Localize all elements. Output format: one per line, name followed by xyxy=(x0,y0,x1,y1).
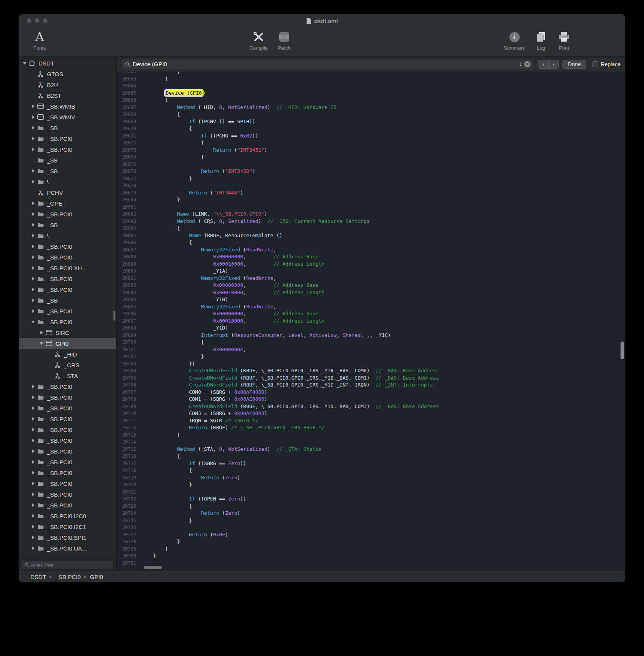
code-line[interactable]: 20666 { xyxy=(117,97,625,104)
code-line[interactable]: 20710 COM3 = (SBRG + 0x00AC0000) xyxy=(117,410,625,417)
tree-item[interactable]: _SB xyxy=(19,155,116,166)
code-line[interactable]: 20688 0x00000000, // Address Base xyxy=(117,253,625,261)
horizontal-scrollbar-thumb[interactable] xyxy=(144,566,162,569)
code-line[interactable]: 20665 Device (GPI0) xyxy=(117,90,625,97)
tree-item[interactable]: _GPE xyxy=(19,198,116,209)
code-line[interactable]: 20693 0x00010000, // Address Length xyxy=(117,289,625,296)
tree-item[interactable]: _SB.PCI0 xyxy=(19,209,116,219)
tree-item[interactable]: _SB.PCI0 xyxy=(19,133,116,144)
tree-item[interactable]: PCHV xyxy=(19,187,116,198)
code-line[interactable]: 20682 Name (LINK, "\\_SB.PCI0.GPI0") xyxy=(117,211,625,218)
tree-item[interactable]: \ xyxy=(19,230,116,241)
code-line[interactable]: 20689 0x00010000, // Address Length xyxy=(117,261,625,268)
code-line[interactable]: 20662 } xyxy=(117,72,625,75)
code-line[interactable]: 20730 } xyxy=(117,552,625,560)
search-input[interactable] xyxy=(133,61,517,67)
code-line[interactable]: 20687 Memory32Fixed (ReadWrite, xyxy=(117,246,625,254)
tree-item[interactable]: _SB.PCI0.I2C1 xyxy=(19,521,116,532)
tree-item[interactable]: _SB.PCI0 xyxy=(19,316,116,327)
tree-item[interactable]: _SB.PCI0 xyxy=(19,306,116,316)
code-line[interactable]: 20699 Interrupt (ResourceConsumer, Level… xyxy=(117,332,625,339)
code-line[interactable]: 20671 If ((PCHG == 0x02)) xyxy=(117,132,625,140)
sidebar-scrollbar-thumb[interactable] xyxy=(113,311,115,321)
code-line[interactable]: 20676 Return ("INT345D") xyxy=(117,168,625,175)
code-line[interactable]: 20728 } xyxy=(117,538,625,546)
code-line[interactable]: 20726 xyxy=(117,524,625,531)
code-line[interactable]: 20685 Name (RBUF, ResourceTemplate () xyxy=(117,232,625,239)
tree-item[interactable]: _SB.PCI0 xyxy=(19,446,116,457)
tree-item[interactable]: _STA xyxy=(19,370,116,381)
tree-item[interactable]: _SB.PCI0 xyxy=(19,403,116,413)
tree-item[interactable]: _SB.PCI0.XH… xyxy=(19,263,116,273)
tree-item[interactable]: _CRS xyxy=(19,360,116,370)
code-line[interactable]: 20715 Method (_STA, 0, NotSerialized) //… xyxy=(117,446,625,453)
tree-item[interactable]: B2I4 xyxy=(19,79,116,90)
code-line[interactable]: 20670 { xyxy=(117,125,625,132)
code-line[interactable]: 20664 xyxy=(117,82,625,90)
code-line[interactable]: 20713 } xyxy=(117,432,625,439)
code-editor[interactable]: 20662 }20663 }2066420665 Device (GPI0)20… xyxy=(117,72,625,571)
code-line[interactable]: 20702 } xyxy=(117,353,625,360)
code-line[interactable]: 20719 Return (Zero) xyxy=(117,474,625,482)
code-line[interactable]: 20724 Return (Zero) xyxy=(117,510,625,517)
code-line[interactable]: 20722 If ((GPEN == Zero)) xyxy=(117,495,625,503)
code-line[interactable]: 20729 } xyxy=(117,546,625,553)
tree-item[interactable]: \ xyxy=(19,176,116,187)
code-line[interactable]: 20673 Return ("INT3451") xyxy=(117,147,625,154)
code-line[interactable]: 20701 0x0000000E, xyxy=(117,346,625,353)
code-line[interactable]: 20692 0x00000000, // Address Base xyxy=(117,282,625,289)
code-line[interactable]: 20667 Method (_HID, 0, NotSerialized) //… xyxy=(117,104,625,111)
summary-button[interactable]: i Summary xyxy=(501,29,528,51)
tree-item[interactable]: _SB.WMIV xyxy=(19,112,116,122)
tree-item[interactable]: _SB.PCI0.I2C0 xyxy=(19,510,116,521)
code-line[interactable]: 20694 _Y1B) xyxy=(117,296,625,303)
code-line[interactable]: 20706 CreateDWordField (RBUF, \_SB.PCI0.… xyxy=(117,382,625,389)
code-line[interactable]: 20708 COM1 = (SBRG + 0x00AE0000) xyxy=(117,396,625,403)
code-line[interactable]: 20705 CreateDWordField (RBUF, \_SB.PCI0.… xyxy=(117,375,625,382)
code-line[interactable]: 20709 CreateDWordField (RBUF, \_SB.PCI0.… xyxy=(117,403,625,410)
code-line[interactable]: 20698 _Y1D) xyxy=(117,325,625,332)
tree-item[interactable]: _SB xyxy=(19,166,116,176)
find-next-button[interactable]: › xyxy=(548,60,558,69)
breadcrumb-item[interactable]: DSDT xyxy=(30,574,46,580)
code-line[interactable]: 20723 { xyxy=(117,503,625,510)
filter-tree-input[interactable] xyxy=(31,562,110,568)
tree-item[interactable]: _SB.PCI0 xyxy=(19,413,116,424)
breadcrumb-item[interactable]: _SB.PCI0 xyxy=(55,574,81,580)
tree-item[interactable]: _SB.PCI0 xyxy=(19,435,116,446)
code-line[interactable]: 20668 { xyxy=(117,111,625,118)
code-line[interactable]: 20700 { xyxy=(117,339,625,346)
tree-item[interactable]: _SB.PCI0 xyxy=(19,478,116,489)
code-line[interactable]: 20696 0x00000000, // Address Base xyxy=(117,310,625,318)
replace-checkbox[interactable] xyxy=(592,61,598,67)
code-line[interactable]: 20711 IRQN = SGIR /* \SGIR */ xyxy=(117,417,625,425)
code-line[interactable]: 20684 { xyxy=(117,225,625,232)
code-line[interactable]: 20686 { xyxy=(117,239,625,246)
code-line[interactable]: 20718 { xyxy=(117,467,625,474)
patch-button[interactable]: Patch xyxy=(274,29,295,51)
done-button[interactable]: Done xyxy=(562,60,586,69)
code-line[interactable]: 20678 xyxy=(117,182,625,189)
compile-button[interactable]: Compile xyxy=(245,29,272,51)
code-line[interactable]: 20683 Method (_CRS, 0, Serialized) // _C… xyxy=(117,218,625,225)
tree-item[interactable]: _SB.PCI0 xyxy=(19,392,116,403)
code-line[interactable]: 20663 } xyxy=(117,75,625,83)
tree-item[interactable]: _SB.PCI0 xyxy=(19,457,116,467)
tree-item[interactable]: B2ST xyxy=(19,90,116,101)
tree-item-selected[interactable]: GPI0 xyxy=(19,338,116,349)
tree-item[interactable]: SIRC xyxy=(19,327,116,338)
code-line[interactable]: 20690 _Y1A) xyxy=(117,268,625,275)
code-line[interactable]: 20714 xyxy=(117,438,625,446)
code-line[interactable]: 20691 Memory32Fixed (ReadWrite, xyxy=(117,275,625,282)
tree-item[interactable]: _SB.PCI0 xyxy=(19,273,116,284)
code-line[interactable]: 20704 CreateDWordField (RBUF, \_SB.PCI0.… xyxy=(117,367,625,375)
tree-item[interactable]: _SB.PCI0 xyxy=(19,489,116,500)
tree-item[interactable]: _SB.PCI0.SPI1 xyxy=(19,532,116,543)
tree-item[interactable]: _SB.PCI0 xyxy=(19,467,116,478)
code-line[interactable]: 20707 COM0 = (SBRG + 0x00AF0000) xyxy=(117,389,625,396)
code-line[interactable]: 20712 Return (RBUF) /* \_SB_.PCI0.GPI0._… xyxy=(117,424,625,432)
code-line[interactable]: 20679 Return ("INT344B") xyxy=(117,189,625,197)
code-line[interactable]: 20721 xyxy=(117,489,625,496)
code-line[interactable]: 20675 xyxy=(117,161,625,168)
code-line[interactable]: 20672 { xyxy=(117,139,625,147)
